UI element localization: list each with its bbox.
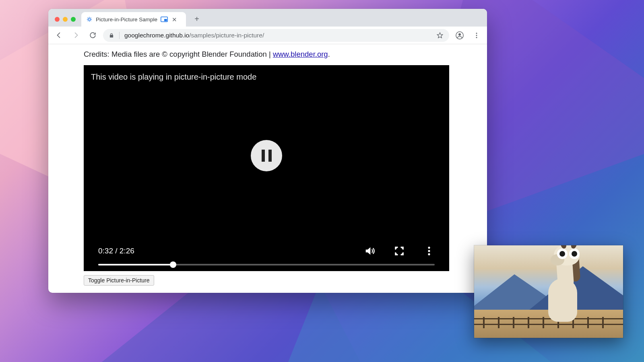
browser-tab[interactable]: Picture-in-Picture Sample ✕ [81, 12, 186, 27]
video-player[interactable]: This video is playing in picture-in-pict… [84, 65, 449, 271]
pip-window[interactable] [474, 245, 623, 338]
maximize-window-button[interactable] [71, 17, 76, 22]
browser-toolbar: googlechrome.github.io/samples/picture-i… [48, 27, 487, 44]
video-progress-bar[interactable] [98, 264, 435, 265]
bookmark-star-icon[interactable] [436, 32, 444, 39]
credits-line: Credits: Media files are © copyright Ble… [84, 50, 452, 59]
lock-icon [109, 33, 114, 38]
pip-badge-icon [161, 16, 168, 22]
browser-window: Picture-in-Picture Sample ✕ + [48, 9, 487, 293]
svg-point-9 [428, 250, 430, 252]
url-text: googlechrome.github.io/samples/picture-i… [124, 32, 264, 39]
account-icon[interactable] [453, 29, 466, 42]
omnibox-divider [119, 32, 120, 39]
video-progress-thumb[interactable] [170, 261, 176, 268]
svg-point-4 [458, 33, 461, 35]
minimize-window-button[interactable] [63, 17, 68, 22]
video-more-menu-button[interactable] [423, 245, 435, 257]
url-host: googlechrome.github.io [124, 32, 189, 39]
browser-menu-button[interactable] [470, 29, 483, 42]
tab-title: Picture-in-Picture Sample [96, 16, 157, 23]
video-pip-status-text: This video is playing in picture-in-pict… [91, 72, 256, 82]
tab-favicon-icon [86, 16, 93, 23]
fullscreen-button[interactable] [394, 245, 405, 257]
video-time-display: 0:32 / 2:26 [98, 247, 134, 255]
address-bar[interactable]: googlechrome.github.io/samples/picture-i… [103, 29, 449, 42]
pip-video-subject [534, 247, 594, 322]
svg-point-7 [476, 37, 477, 38]
forward-button[interactable] [69, 29, 82, 42]
url-path: /samples/picture-in-picture/ [189, 32, 264, 39]
volume-button[interactable] [364, 245, 375, 257]
svg-point-0 [88, 18, 90, 20]
video-controls: 0:32 / 2:26 [84, 245, 449, 271]
desktop-background: Picture-in-Picture Sample ✕ + [0, 0, 644, 362]
page-content: Credits: Media files are © copyright Ble… [48, 44, 487, 293]
video-progress-fill [98, 264, 173, 265]
svg-point-8 [428, 247, 430, 249]
reload-button[interactable] [86, 29, 99, 42]
svg-point-6 [476, 35, 477, 36]
svg-point-5 [476, 33, 477, 34]
back-button[interactable] [52, 29, 65, 42]
credits-text: Credits: Media files are © copyright Ble… [84, 50, 273, 58]
window-controls [52, 17, 79, 27]
svg-point-10 [428, 253, 430, 255]
credits-suffix: . [328, 50, 330, 58]
close-window-button[interactable] [55, 17, 60, 22]
new-tab-button[interactable]: + [191, 13, 203, 25]
close-tab-button[interactable]: ✕ [171, 16, 178, 23]
credits-link[interactable]: www.blender.org [273, 50, 328, 58]
pause-icon [262, 150, 272, 162]
pause-button[interactable] [251, 140, 282, 171]
tab-strip: Picture-in-Picture Sample ✕ + [48, 9, 487, 27]
svg-rect-2 [164, 19, 167, 21]
toggle-pip-button[interactable]: Toggle Picture-in-Picture [84, 275, 154, 286]
